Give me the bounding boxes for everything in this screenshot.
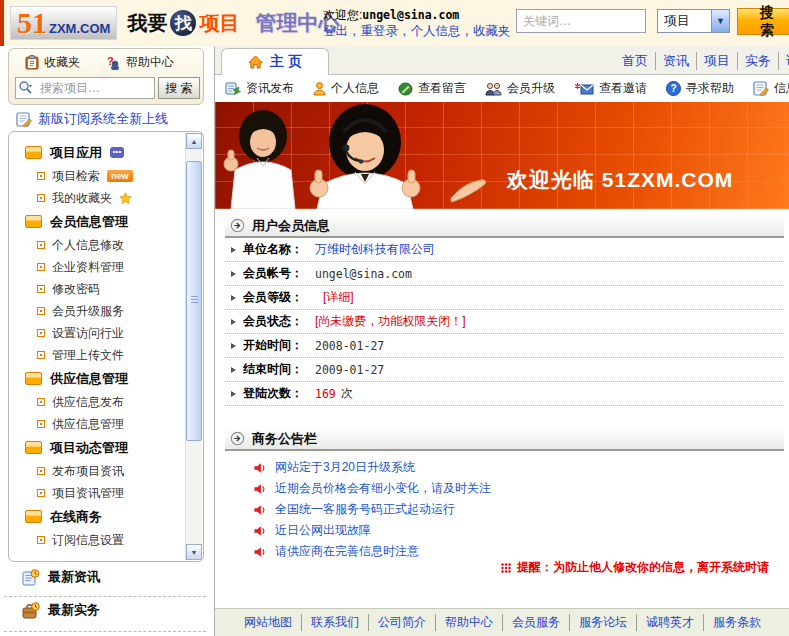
row-arrow-icon — [231, 271, 236, 277]
toolbar-member-upgrade[interactable]: 会员升级 — [485, 80, 555, 97]
bullet-icon — [37, 420, 45, 428]
menu-item-label: 设置访问行业 — [52, 325, 124, 342]
slogan-post: 项目 — [199, 10, 239, 37]
sidebar-item-manage-files[interactable]: 管理上传文件 — [25, 344, 181, 366]
profile-link[interactable]: 个人信息 — [411, 24, 474, 38]
toolbar-label: 资讯发布 — [246, 80, 294, 97]
sidebar-notice-link[interactable]: 新版订阅系统全新上线 — [8, 109, 168, 129]
nav-projects[interactable]: 项目 — [696, 52, 737, 70]
logout-link[interactable]: 登出 — [323, 24, 361, 38]
sidebar-search-input[interactable] — [15, 77, 155, 99]
bullet-icon — [37, 351, 45, 359]
sidebar-item-edit-profile[interactable]: 个人信息修改 — [25, 234, 181, 256]
announcement-link[interactable]: 请供应商在完善信息时注意 — [275, 543, 419, 560]
footer-forum[interactable]: 服务论坛 — [569, 614, 636, 631]
welcome-banner: 欢迎光临 51ZXM.COM — [215, 102, 789, 209]
footer-jobs[interactable]: 诚聘英才 — [636, 614, 703, 631]
menu-item-label: 个人信息修改 — [52, 237, 124, 254]
menu-item-label: 项目检索 — [52, 168, 100, 185]
menu-item-label: 我的收藏夹 — [52, 190, 112, 207]
announcement-link[interactable]: 近期会员价格会有细小变化，请及时关注 — [275, 480, 491, 497]
welcome-prefix: 欢迎您: — [323, 8, 362, 22]
footer-contact[interactable]: 联系我们 — [301, 614, 368, 631]
sidebar-item-publish-news[interactable]: 发布项目资讯 — [25, 460, 181, 482]
sidebar-quick-box: 收藏夹 ? 帮助中心 搜 索 — [8, 48, 204, 105]
bullet-icon — [37, 241, 45, 249]
folder-icon — [25, 510, 42, 523]
bullet-icon — [37, 398, 45, 406]
favorites-link[interactable]: 收藏夹 — [473, 24, 511, 38]
header: 51 ZXM.COM 我要 找 项目 管理中心 欢迎您:ungel@sina.c… — [0, 0, 789, 46]
sidebar-latest-news[interactable]: 最新资讯 — [8, 568, 100, 586]
sidebar-item-subscription-settings[interactable]: 订阅信息设置 — [25, 529, 181, 551]
footer-member-service[interactable]: 会员服务 — [502, 614, 569, 631]
toolbar-label: 寻求帮助 — [686, 80, 734, 97]
sidebar-help-center[interactable]: ? 帮助中心 — [106, 54, 174, 71]
folder-icon — [25, 146, 42, 159]
footer-about[interactable]: 公司简介 — [368, 614, 435, 631]
reminder-text: 提醒：为防止他人修改你的信息，离开系统时请 — [517, 559, 769, 576]
dots-grid-icon — [501, 563, 511, 573]
scroll-up-icon[interactable]: ▲ — [186, 133, 202, 149]
toolbar-personal-info[interactable]: 个人信息 — [313, 80, 379, 97]
sidebar-search-button[interactable]: 搜 索 — [158, 77, 200, 99]
bullet-icon — [37, 285, 45, 293]
main-panel: 主 页 首页资讯项目实务论坛 资讯发布 个人信息 查看留言 会员升级 查看邀请 … — [214, 46, 789, 636]
relogin-link[interactable]: 重登录 — [361, 24, 411, 38]
nav-practice[interactable]: 实务 — [737, 52, 778, 70]
sidebar-favorites[interactable]: 收藏夹 — [25, 54, 80, 71]
person-icon — [313, 82, 326, 96]
category-select[interactable]: 项目 ▼ — [657, 9, 730, 33]
speech-bubble-icon: ••• — [110, 147, 124, 158]
sidebar-item-manage-news[interactable]: 项目资讯管理 — [25, 482, 181, 504]
tab-home[interactable]: 主 页 — [221, 48, 329, 75]
toolbar-view-invitations[interactable]: 查看邀请 — [574, 80, 647, 97]
logo-slogan: 我要 找 项目 — [127, 10, 239, 37]
row-start-date: 开始时间： 2008-01-27 — [225, 334, 784, 358]
sidebar-item-my-favorites[interactable]: 我的收藏夹 — [25, 187, 181, 209]
announcement-item: 全国统一客服务号码正式起动运行 — [225, 499, 784, 520]
toolbar-info-subscribe[interactable]: 信息订阅 — [753, 80, 789, 97]
footer-sitemap[interactable]: 网站地图 — [235, 614, 301, 631]
messages-icon — [398, 82, 413, 96]
sidebar-item-change-password[interactable]: 修改密码 — [25, 278, 181, 300]
footer-help[interactable]: 帮助中心 — [435, 614, 502, 631]
announcement-link[interactable]: 全国统一客服务号码正式起动运行 — [275, 501, 455, 518]
toolbar-news-publish[interactable]: 资讯发布 — [225, 80, 294, 97]
sidebar-item-supply-manage[interactable]: 供应信息管理 — [25, 413, 181, 435]
speaker-icon — [253, 462, 266, 474]
bullet-icon — [37, 467, 45, 475]
member-level-detail-link[interactable]: [详细] — [323, 289, 354, 306]
toolbar-seek-help[interactable]: ? 寻求帮助 — [666, 80, 734, 97]
toolbar-view-messages[interactable]: 查看留言 — [398, 80, 466, 97]
sidebar-item-upgrade-service[interactable]: 会员升级服务 — [25, 300, 181, 322]
sidebar-item-supply-publish[interactable]: 供应信息发布 — [25, 391, 181, 413]
sidebar-scrollbar[interactable]: ▲ ▼ — [185, 133, 202, 560]
nav-home[interactable]: 首页 — [615, 52, 655, 70]
bullet-icon — [37, 263, 45, 271]
logo[interactable]: 51 ZXM.COM 我要 找 项目 管理中心 — [10, 5, 339, 41]
announcement-link[interactable]: 近日公网出现故障 — [275, 522, 371, 539]
footer-terms[interactable]: 服务条款 — [703, 614, 770, 631]
scroll-down-icon[interactable]: ▼ — [186, 544, 202, 560]
menu-section-member-info: 会员信息管理 — [25, 209, 181, 234]
menu-item-label: 管理上传文件 — [52, 347, 124, 364]
folder-icon — [25, 372, 42, 385]
help-icon: ? — [666, 81, 681, 96]
nav-forum[interactable]: 论坛 — [778, 52, 789, 70]
announcement-link[interactable]: 网站定于3月20日升级系统 — [275, 459, 415, 476]
toolbar: 资讯发布 个人信息 查看留言 会员升级 查看邀请 ? 寻求帮助 信息订阅 — [215, 75, 789, 102]
sidebar-item-company-info[interactable]: 企业资料管理 — [25, 256, 181, 278]
menu-item-label: 企业资料管理 — [52, 259, 124, 276]
news-clock-icon — [22, 569, 40, 586]
company-name-link[interactable]: 万维时创科技有限公司 — [315, 241, 435, 258]
sidebar-item-project-search[interactable]: 项目检索 new — [25, 165, 181, 187]
nav-news[interactable]: 资讯 — [655, 52, 696, 70]
keyword-input[interactable] — [516, 9, 646, 33]
sidebar-latest-business[interactable]: 最新实务 — [8, 601, 100, 619]
scrollbar-thumb[interactable] — [186, 161, 202, 441]
speaker-icon — [253, 504, 266, 516]
sidebar-item-industry-access[interactable]: 设置访问行业 — [25, 322, 181, 344]
search-button[interactable]: 搜索 — [737, 8, 789, 35]
menu-section-title: 会员信息管理 — [50, 213, 128, 231]
